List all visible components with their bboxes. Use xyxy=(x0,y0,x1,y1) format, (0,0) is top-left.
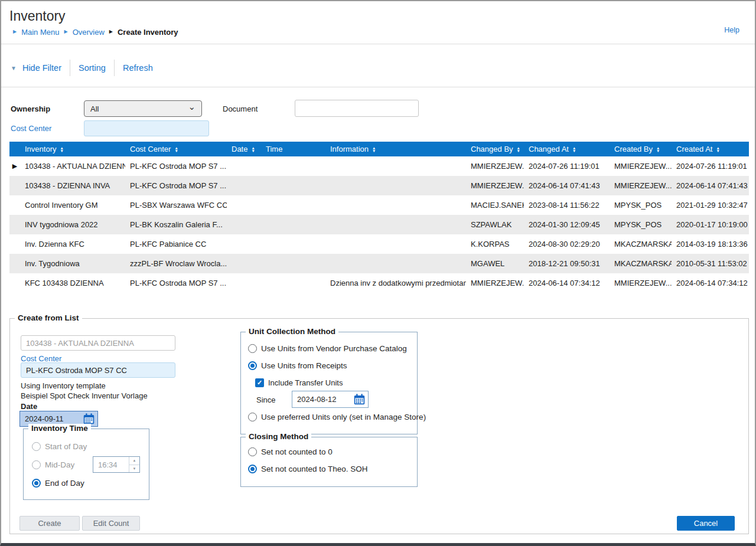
table-row[interactable]: Control Inventory GMPL-SBX Warszawa WFC … xyxy=(9,195,749,215)
inventory-name-input[interactable] xyxy=(21,335,175,351)
selected-row-marker: ▶ xyxy=(9,156,20,176)
cell-date xyxy=(227,254,261,273)
radio-not-counted-soh[interactable]: Set not counted to Theo. SOH xyxy=(248,465,368,473)
cell-cost-center: PL-BK Koszalin Galeria F... xyxy=(125,215,227,234)
create-button[interactable]: Create xyxy=(19,516,80,531)
create-from-list-section: Create from List Cost Center Using Inven… xyxy=(9,318,749,534)
vendor-catalog-label: Use Units from Vendor Purchase Catalog xyxy=(261,344,407,353)
cell-time xyxy=(261,176,325,195)
column-header-time[interactable]: Time xyxy=(261,142,325,156)
breadcrumb-overview[interactable]: Overview xyxy=(73,28,105,37)
row-marker-cell xyxy=(9,254,20,273)
cost-center-input[interactable] xyxy=(21,362,175,378)
refresh-button[interactable]: Refresh xyxy=(123,63,153,73)
cell-date xyxy=(227,234,261,254)
column-header-inventory[interactable]: Inventory▲▼ xyxy=(20,142,125,156)
column-label: Inventory xyxy=(25,145,56,153)
cell-inventory: 103438 - DZIENNA INVA xyxy=(20,176,125,195)
radio-end-of-day[interactable]: End of Day xyxy=(32,479,84,488)
cell-information xyxy=(325,176,466,195)
ownership-select[interactable]: All ⌄ xyxy=(84,100,202,117)
table-row[interactable]: ▶103438 - AKTUALNA DZIENNAPL-KFC Ostroda… xyxy=(9,156,749,176)
column-header-created-at[interactable]: Created At▲▼ xyxy=(672,142,749,156)
cell-changed-by: MMIERZEJEW... xyxy=(466,156,524,176)
column-header-changed-by[interactable]: Changed By▲▼ xyxy=(466,142,524,156)
sort-icon: ▲▼ xyxy=(372,146,376,152)
since-date-field[interactable]: 2024-08-12 xyxy=(292,391,369,408)
spinner-buttons: ▲ ▼ xyxy=(129,457,139,472)
calendar-icon[interactable] xyxy=(83,413,95,425)
ownership-label: Ownership xyxy=(11,104,50,113)
include-transfer-units-checkbox[interactable]: ✓ Include Transfer Units xyxy=(255,378,343,387)
table-row[interactable]: 103438 - DZIENNA INVAPL-KFC Ostroda MOP … xyxy=(9,176,749,195)
cell-information xyxy=(325,215,466,234)
hide-filter-button[interactable]: ▼ Hide Filter xyxy=(11,63,61,73)
column-label: Cost Center xyxy=(130,145,171,153)
table-row[interactable]: INV tygodniowa 2022PL-BK Koszalin Galeri… xyxy=(9,215,749,234)
table-row[interactable]: Inv. Dzienna KFCPL-KFC Pabianice CCK.KOR… xyxy=(9,234,749,254)
cell-created-by: MKACZMARSKA xyxy=(610,234,672,254)
cell-date xyxy=(227,176,261,195)
date-label: Date xyxy=(21,402,37,411)
radio-mid-day[interactable]: Mid-Day xyxy=(32,460,74,469)
cell-changed-by: MACIEJ.SANEK xyxy=(466,195,524,215)
cell-date xyxy=(227,195,261,215)
column-header-information[interactable]: Information▲▼ xyxy=(325,142,466,156)
cell-changed-at: 2024-01-30 12:09:45 xyxy=(524,215,610,234)
radio-not-counted-zero[interactable]: Set not counted to 0 xyxy=(248,447,333,456)
cell-created-by: MPYSK_POS xyxy=(610,215,672,234)
breadcrumb-arrow-icon: ▶ xyxy=(64,29,67,34)
table-row[interactable]: KFC 103438 DZIENNAPL-KFC Ostroda MOP S7 … xyxy=(9,273,749,293)
template-note-line1: Using Inventory template xyxy=(21,381,106,390)
column-header-created-by[interactable]: Created By▲▼ xyxy=(610,142,672,156)
include-transfer-label: Include Transfer Units xyxy=(268,378,343,387)
since-date-value: 2024-08-12 xyxy=(297,395,337,404)
cell-created-at: 2024-07-26 11:19:01 xyxy=(672,156,749,176)
cost-center-filter-input[interactable] xyxy=(84,120,209,136)
cell-created-at: 2010-05-31 11:53:02 xyxy=(672,254,749,273)
cancel-button[interactable]: Cancel xyxy=(677,516,735,531)
radio-vendor-purchase-catalog[interactable]: Use Units from Vendor Purchase Catalog xyxy=(248,344,407,353)
inventory-table: Inventory▲▼Cost Center▲▼Date▲▼TimeInform… xyxy=(9,142,749,293)
edit-count-button[interactable]: Edit Count xyxy=(82,516,140,531)
unit-collection-method-legend: Unit Collection Method xyxy=(246,327,338,336)
column-header-changed-at[interactable]: Changed At▲▼ xyxy=(524,142,610,156)
cost-center-filter-label: Cost Center xyxy=(11,124,51,133)
radio-preferred-units-only[interactable]: Use preferred Units only (set in Manage … xyxy=(248,413,426,421)
spinner-down-icon[interactable]: ▼ xyxy=(129,465,139,473)
cell-changed-by: MGAWEL xyxy=(466,254,524,273)
cell-inventory: Control Inventory GM xyxy=(20,195,125,215)
sort-icon: ▲▼ xyxy=(656,146,660,152)
cell-created-by: MMIERZEJEW... xyxy=(610,176,672,195)
sort-icon: ▲▼ xyxy=(251,146,255,152)
sorting-button[interactable]: Sorting xyxy=(79,63,106,73)
table-header-row: Inventory▲▼Cost Center▲▼Date▲▼TimeInform… xyxy=(9,142,749,156)
spinner-up-icon[interactable]: ▲ xyxy=(129,457,139,465)
column-header-date[interactable]: Date▲▼ xyxy=(227,142,261,156)
cell-inventory: Inv. Dzienna KFC xyxy=(20,234,125,254)
table-row[interactable]: Inv. TygodniowazzzPL-BF Wroclaw Wrocla..… xyxy=(9,254,749,273)
document-input[interactable] xyxy=(295,100,419,117)
cell-changed-at: 2024-06-14 07:41:43 xyxy=(524,176,610,195)
cell-cost-center: PL-SBX Warszawa WFC CC xyxy=(125,195,227,215)
cell-information xyxy=(325,254,466,273)
cell-inventory: KFC 103438 DZIENNA xyxy=(20,273,125,293)
calendar-icon[interactable] xyxy=(353,393,366,406)
column-header-cost-center[interactable]: Cost Center▲▼ xyxy=(125,142,227,156)
radio-units-from-receipts[interactable]: Use Units from Receipts xyxy=(248,361,347,370)
cell-created-by: MPYSK_POS xyxy=(610,195,672,215)
receipts-label: Use Units from Receipts xyxy=(261,361,347,370)
cell-changed-at: 2018-12-21 09:50:31 xyxy=(524,254,610,273)
breadcrumb-main-menu[interactable]: Main Menu xyxy=(21,28,59,37)
cell-inventory: 103438 - AKTUALNA DZIENNA xyxy=(20,156,125,176)
cell-time xyxy=(261,215,325,234)
help-link[interactable]: Help xyxy=(724,26,739,34)
not-counted-zero-label: Set not counted to 0 xyxy=(261,447,333,456)
mid-day-time-spinner[interactable]: 16:34 ▲ ▼ xyxy=(93,456,140,473)
radio-icon xyxy=(248,344,257,353)
cell-time xyxy=(261,273,325,293)
radio-start-of-day[interactable]: Start of Day xyxy=(32,442,87,451)
row-marker-cell xyxy=(9,215,20,234)
mid-day-label: Mid-Day xyxy=(45,460,74,469)
hide-filter-label: Hide Filter xyxy=(22,63,61,73)
